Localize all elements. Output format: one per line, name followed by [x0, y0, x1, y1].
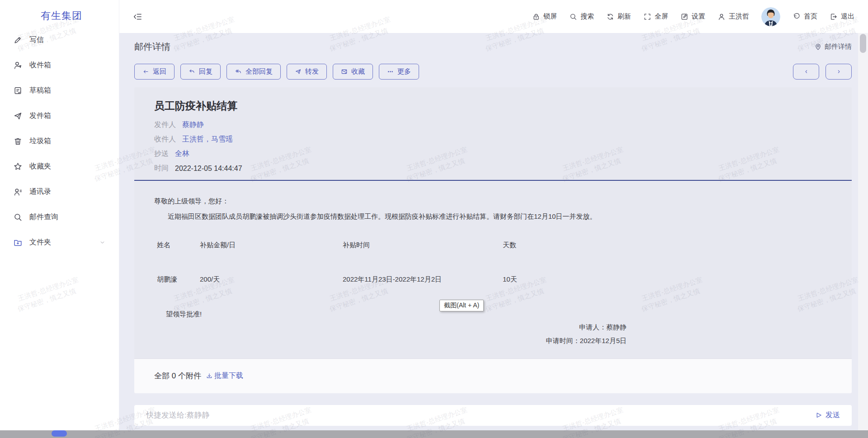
send-icon — [815, 411, 823, 419]
sidebar-item-inbox[interactable]: 收件箱 — [0, 52, 119, 78]
applicant-name: 蔡静静 — [606, 323, 627, 331]
mail-header: 员工防疫补贴结算 发件人 蔡静静 收件人 王洪哲，马雪瑶 抄送 全林 时间 20… — [134, 87, 852, 173]
sidebar-item-label: 写信 — [29, 35, 44, 45]
main-content: 邮件详情 邮件详情 返回 回复 全部回复 转发 收藏 更多 — [119, 33, 868, 430]
more-button[interactable]: 更多 — [379, 64, 419, 80]
search-button[interactable]: 搜索 — [569, 12, 594, 21]
contacts-icon — [13, 187, 23, 197]
back-button[interactable]: 返回 — [134, 64, 175, 80]
forward-button[interactable]: 转发 — [287, 64, 327, 80]
reply-icon — [189, 68, 195, 75]
table-cell: 2022年11月23日-2022年12月2日 — [343, 275, 503, 284]
mail-to-row: 收件人 王洪哲，马雪瑶 — [154, 135, 832, 144]
sidebar-item-compose[interactable]: 写信 — [0, 27, 119, 52]
star-icon — [13, 161, 23, 171]
quick-send-input[interactable] — [146, 411, 815, 420]
mail-card: 员工防疫补贴结算 发件人 蔡静静 收件人 王洪哲，马雪瑶 抄送 全林 时间 20… — [134, 87, 852, 393]
topbar: 锁屏 搜索 刷新 全屏 设置 王洪哲 首页 — [119, 0, 868, 33]
taskbar-pill — [52, 430, 67, 437]
batch-download-label: 批量下载 — [214, 371, 243, 381]
attachments-bar: 全部 0 个附件 批量下载 — [134, 358, 852, 393]
folder-plus-icon — [13, 237, 23, 247]
apply-time-line: 申请时间：2022年12月5日 — [154, 334, 627, 348]
table-cell: 200/天 — [200, 275, 343, 284]
lock-screen-label: 锁屏 — [543, 12, 557, 21]
sidebar: 有生集团 写信 收件箱 草稿箱 发件箱 垃圾箱 收藏夹 通讯录 — [0, 0, 119, 430]
next-mail-button[interactable] — [826, 64, 852, 80]
from-contact[interactable]: 蔡静静 — [182, 120, 204, 130]
collect-button[interactable]: 收藏 — [333, 64, 373, 80]
to-label: 收件人 — [154, 135, 176, 144]
mail-toolbar: 返回 回复 全部回复 转发 收藏 更多 — [134, 64, 852, 80]
batch-download-link[interactable]: 批量下载 — [206, 371, 243, 381]
user-icon — [717, 13, 726, 21]
sidebar-item-label: 收件箱 — [29, 61, 51, 70]
sidebar-item-folders[interactable]: 文件夹 — [0, 230, 119, 255]
to-contacts[interactable]: 王洪哲，马雪瑶 — [182, 135, 233, 144]
sidebar-nav: 写信 收件箱 草稿箱 发件箱 垃圾箱 收藏夹 通讯录 邮件查询 — [0, 27, 119, 255]
sidebar-item-contacts[interactable]: 通讯录 — [0, 179, 119, 204]
refresh-button[interactable]: 刷新 — [606, 12, 631, 21]
table-cell: 10天 — [503, 275, 557, 284]
sidebar-item-sent[interactable]: 发件箱 — [0, 103, 119, 128]
prev-mail-button[interactable] — [793, 64, 819, 80]
logout-icon — [830, 13, 838, 21]
page-title: 邮件详情 — [134, 41, 170, 53]
sidebar-item-label: 邮件查询 — [29, 212, 58, 222]
sidebar-item-trash[interactable]: 垃圾箱 — [0, 128, 119, 154]
table-header: 姓名 — [157, 241, 200, 250]
brand-logo: 有生集团 — [0, 0, 119, 23]
applicant-label: 申请人： — [579, 323, 606, 331]
send-button[interactable]: 发送 — [815, 410, 840, 420]
table-header: 补贴金额/日 — [200, 241, 343, 250]
closing-text: 望领导批准! — [166, 310, 832, 319]
fullscreen-icon — [643, 13, 651, 21]
user-avatar[interactable] — [761, 7, 780, 26]
location-pin-icon — [814, 43, 822, 51]
more-label: 更多 — [397, 67, 411, 76]
mail-time-row: 时间 2022-12-05 14:44:47 — [154, 164, 832, 173]
current-user-name: 王洪哲 — [729, 12, 749, 21]
forward-icon — [295, 68, 302, 75]
subsidy-table: 姓名 补贴金额/日 补贴时间 天数 胡鹏濠 200/天 2022年11月23日-… — [157, 241, 832, 284]
attachments-summary: 全部 0 个附件 — [154, 371, 201, 381]
arrow-left-icon — [142, 68, 149, 75]
scrollbar-thumb[interactable] — [860, 34, 866, 53]
sidebar-item-drafts[interactable]: 草稿箱 — [0, 78, 119, 103]
fullscreen-button[interactable]: 全屏 — [643, 12, 668, 21]
search-icon — [13, 212, 23, 222]
mail-pager — [793, 64, 852, 80]
mail-collect-icon — [341, 68, 348, 75]
sidebar-item-favorites[interactable]: 收藏夹 — [0, 154, 119, 179]
cc-contact[interactable]: 全林 — [175, 149, 189, 159]
lock-screen-button[interactable]: 锁屏 — [532, 12, 557, 21]
home-button[interactable]: 首页 — [793, 12, 817, 21]
forward-label: 转发 — [305, 67, 319, 76]
logout-button[interactable]: 退出 — [830, 12, 854, 21]
page-header: 邮件详情 邮件详情 — [134, 41, 852, 53]
reply-button[interactable]: 回复 — [180, 64, 221, 80]
menu-collapse-icon[interactable] — [133, 12, 143, 22]
from-label: 发件人 — [154, 120, 176, 130]
scrollbar-track[interactable] — [858, 33, 868, 430]
apply-time-value: 2022年12月5日 — [580, 337, 627, 344]
sidebar-item-label: 草稿箱 — [29, 86, 51, 95]
sidebar-item-mail-search[interactable]: 邮件查询 — [0, 204, 119, 230]
sidebar-item-label: 收藏夹 — [29, 162, 51, 171]
cc-label: 抄送 — [154, 149, 169, 159]
home-label: 首页 — [804, 12, 817, 21]
settings-button[interactable]: 设置 — [680, 12, 705, 21]
quick-send-bar: 发送 — [134, 405, 852, 426]
current-user[interactable]: 王洪哲 — [717, 12, 749, 21]
chevron-left-icon — [803, 68, 810, 75]
send-label: 发送 — [826, 410, 840, 420]
screenshot-tooltip: 截图(Alt + A) — [439, 300, 484, 311]
mail-from-row: 发件人 蔡静静 — [154, 120, 832, 130]
download-icon — [206, 372, 213, 380]
applicant-block: 申请人：蔡静静 申请时间：2022年12月5日 — [154, 320, 627, 348]
mail-body: 尊敬的上级领导，您好： 近期福田区数据团队成员胡鹏濠被抽调沙头街道参加疫情数据处… — [134, 181, 852, 348]
logout-label: 退出 — [841, 12, 854, 21]
reply-all-button[interactable]: 全部回复 — [226, 64, 281, 80]
sidebar-item-label: 通讯录 — [29, 187, 51, 197]
bottom-strip — [0, 430, 868, 438]
